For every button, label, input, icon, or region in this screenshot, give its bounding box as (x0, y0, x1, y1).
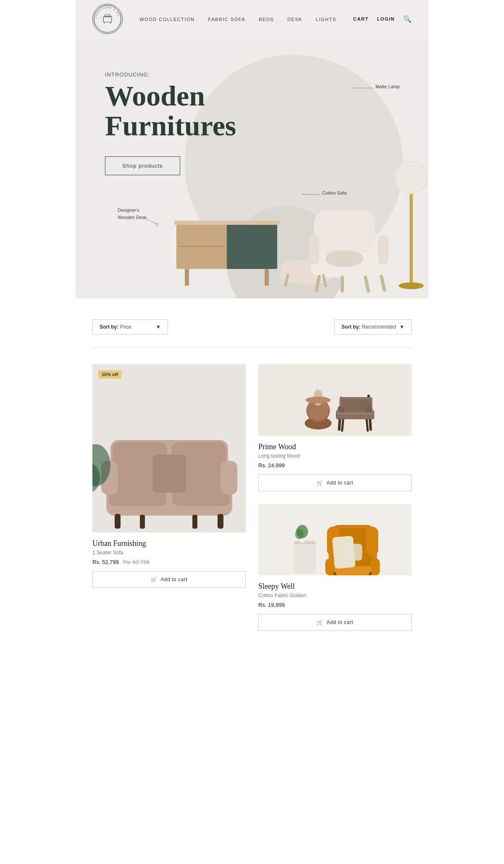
svg-rect-17 (185, 269, 189, 286)
svg-line-81 (369, 573, 371, 575)
nav-links: WOOD COLLECTION FABRIC SOFA BEDS DESK LI… (139, 15, 336, 23)
cart-icon-2: 🛒 (317, 480, 323, 486)
svg-rect-83 (341, 544, 362, 561)
svg-point-8 (350, 87, 352, 89)
product-price-sleepy: Rs. 19,899 (258, 602, 412, 608)
nav-item-beds[interactable]: BEDS (259, 15, 274, 23)
cart-icon: 🛒 (151, 577, 158, 582)
svg-rect-25 (378, 235, 388, 265)
cart-icon-3: 🛒 (317, 619, 323, 625)
svg-point-0 (94, 5, 121, 32)
product-name-prime: Prime Wood (258, 443, 412, 451)
products-section: Sort by: Price ▼ Sort by: Recommended ▼ … (76, 298, 428, 656)
product-card-urban-furnishing: 15% off (92, 364, 246, 631)
svg-line-28 (365, 277, 368, 291)
hero-section: INTRODUCING: Wooden Furnitures Shop prod… (76, 38, 428, 298)
product-name-urban: Urban Furnishing (92, 539, 246, 548)
sort-recommended-label: Sort by: Recommended (341, 324, 396, 330)
svg-rect-49 (152, 455, 186, 493)
product-sub-urban: 1 Seater Sofa (92, 550, 246, 556)
svg-point-10 (301, 194, 302, 195)
nav-item-desk[interactable]: DESK (287, 15, 302, 23)
product-card-prime-wood: Prime Wood Long lasting Wood Rs. 24,999 … (258, 364, 412, 491)
nav-item-fabric-sofa[interactable]: FABRIC SOFA (208, 15, 246, 23)
sort-price-label: Sort by: Price (100, 324, 131, 330)
navbar: FURNITURE & CO. DESIGNER · · · · · · · ·… (76, 0, 428, 38)
svg-rect-68 (293, 542, 316, 573)
product-card-sleepy-well: Sleepy Well Cotton Fabric Golden Rs. 19,… (258, 504, 412, 631)
product-name-sleepy: Sleepy Well (258, 582, 412, 591)
chevron-down-icon-2: ▼ (399, 324, 404, 330)
cart-link[interactable]: CART (353, 16, 369, 21)
svg-rect-69 (294, 541, 315, 544)
svg-rect-63 (338, 406, 344, 413)
product-sub-sleepy: Cotton Fabric Golden (258, 593, 412, 598)
divider (92, 347, 412, 348)
product-price-urban: Rs. 52,799 Rs. 62,799 (92, 559, 246, 565)
svg-rect-78 (326, 558, 335, 575)
product-image-prime-wood (258, 364, 412, 436)
svg-rect-64 (366, 406, 372, 413)
sofa-annotation: Cotton Sofa (322, 190, 346, 195)
add-to-cart-prime[interactable]: 🛒 Add to cart (258, 474, 412, 491)
add-to-cart-urban[interactable]: 🛒 Add to cart (92, 571, 246, 588)
hero-intro: INTRODUCING: (105, 71, 428, 78)
svg-rect-48 (218, 514, 223, 529)
hero-title: Wooden Furnitures (105, 81, 428, 141)
hero-content: INTRODUCING: Wooden Furnitures Shop prod… (76, 38, 428, 175)
svg-rect-1 (103, 16, 111, 22)
svg-rect-33 (410, 181, 413, 286)
svg-rect-23 (314, 210, 375, 252)
lamp-annotation: Matte Lamp (375, 84, 400, 89)
login-link[interactable]: LOGIN (377, 16, 395, 21)
product-price-prime: Rs. 24,999 (258, 462, 412, 469)
shop-products-button[interactable]: Shop products (105, 156, 180, 175)
svg-rect-18 (265, 269, 269, 286)
svg-rect-44 (220, 461, 237, 495)
svg-rect-19 (174, 221, 279, 225)
search-icon[interactable]: 🔍 (403, 15, 412, 23)
add-to-cart-sleepy[interactable]: 🛒 Add to cart (258, 614, 412, 631)
nav-item-lights[interactable]: LIGHTS (316, 15, 336, 23)
nav-item-wood-collection[interactable]: WOOD COLLECTION (139, 15, 194, 23)
nav-right: CART LOGIN 🔍 (353, 15, 412, 23)
svg-point-12 (156, 223, 158, 226)
svg-rect-46 (140, 515, 145, 529)
svg-point-72 (295, 529, 304, 539)
product-image-urban-furnishing: 15% off (92, 364, 246, 532)
product-badge: 15% off (98, 370, 121, 379)
svg-point-32 (326, 250, 363, 267)
svg-point-34 (399, 282, 424, 289)
svg-rect-79 (371, 558, 380, 575)
product-grid: 15% off (92, 364, 412, 631)
svg-rect-45 (115, 514, 121, 529)
svg-rect-15 (178, 246, 225, 247)
svg-line-80 (335, 573, 336, 575)
product-sub-prime: Long lasting Wood (258, 453, 412, 459)
svg-rect-24 (309, 235, 319, 265)
sort-recommended-select[interactable]: Sort by: Recommended ▼ (334, 319, 412, 335)
product-image-sleepy-well (258, 504, 412, 575)
svg-rect-76 (366, 527, 378, 556)
sort-price-select[interactable]: Sort by: Price ▼ (92, 319, 168, 335)
svg-rect-47 (192, 515, 197, 529)
chevron-down-icon: ▼ (156, 324, 161, 330)
sort-bar: Sort by: Price ▼ Sort by: Recommended ▼ (92, 319, 412, 335)
logo[interactable]: FURNITURE & CO. DESIGNER · · · · · · · ·… (92, 4, 123, 34)
svg-rect-16 (227, 223, 277, 269)
svg-point-67 (306, 397, 331, 403)
desk-annotation: Designer'sWooden Desk (118, 207, 147, 221)
svg-line-29 (381, 277, 384, 290)
svg-line-11 (144, 218, 157, 224)
